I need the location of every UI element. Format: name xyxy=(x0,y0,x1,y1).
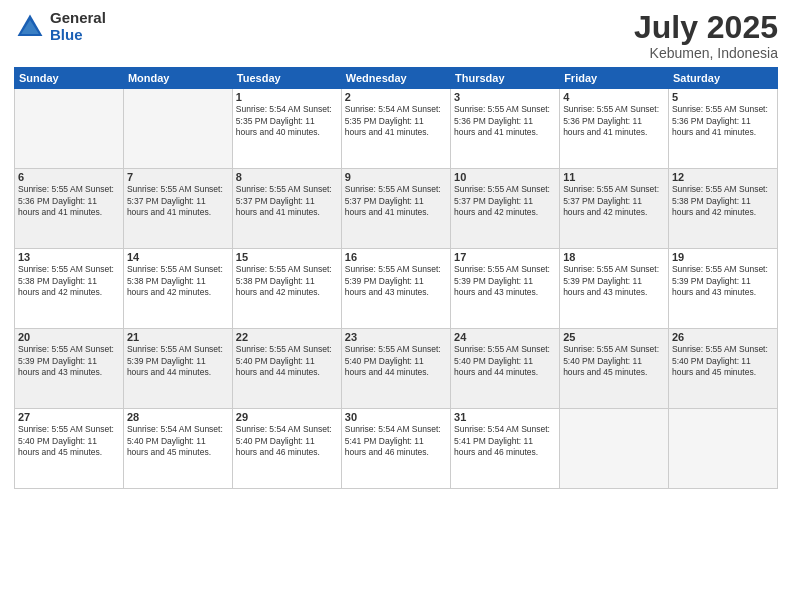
table-row: 25Sunrise: 5:55 AM Sunset: 5:40 PM Dayli… xyxy=(560,329,669,409)
day-number: 17 xyxy=(454,251,556,263)
table-row: 15Sunrise: 5:55 AM Sunset: 5:38 PM Dayli… xyxy=(232,249,341,329)
day-info: Sunrise: 5:55 AM Sunset: 5:36 PM Dayligh… xyxy=(563,104,665,138)
day-info: Sunrise: 5:54 AM Sunset: 5:40 PM Dayligh… xyxy=(236,424,338,458)
day-number: 4 xyxy=(563,91,665,103)
day-info: Sunrise: 5:55 AM Sunset: 5:40 PM Dayligh… xyxy=(236,344,338,378)
day-number: 24 xyxy=(454,331,556,343)
table-row: 27Sunrise: 5:55 AM Sunset: 5:40 PM Dayli… xyxy=(15,409,124,489)
table-row: 23Sunrise: 5:55 AM Sunset: 5:40 PM Dayli… xyxy=(341,329,450,409)
logo-text: General Blue xyxy=(50,10,106,43)
day-info: Sunrise: 5:55 AM Sunset: 5:39 PM Dayligh… xyxy=(345,264,447,298)
day-number: 8 xyxy=(236,171,338,183)
day-number: 26 xyxy=(672,331,774,343)
day-info: Sunrise: 5:54 AM Sunset: 5:41 PM Dayligh… xyxy=(345,424,447,458)
header: General Blue July 2025 Kebumen, Indonesi… xyxy=(14,10,778,61)
day-number: 31 xyxy=(454,411,556,423)
table-row: 6Sunrise: 5:55 AM Sunset: 5:36 PM Daylig… xyxy=(15,169,124,249)
day-number: 13 xyxy=(18,251,120,263)
calendar-week-row: 1Sunrise: 5:54 AM Sunset: 5:35 PM Daylig… xyxy=(15,89,778,169)
calendar-week-row: 6Sunrise: 5:55 AM Sunset: 5:36 PM Daylig… xyxy=(15,169,778,249)
table-row: 29Sunrise: 5:54 AM Sunset: 5:40 PM Dayli… xyxy=(232,409,341,489)
day-number: 18 xyxy=(563,251,665,263)
day-info: Sunrise: 5:55 AM Sunset: 5:38 PM Dayligh… xyxy=(236,264,338,298)
day-info: Sunrise: 5:55 AM Sunset: 5:38 PM Dayligh… xyxy=(127,264,229,298)
day-info: Sunrise: 5:55 AM Sunset: 5:37 PM Dayligh… xyxy=(454,184,556,218)
day-info: Sunrise: 5:55 AM Sunset: 5:36 PM Dayligh… xyxy=(18,184,120,218)
day-info: Sunrise: 5:55 AM Sunset: 5:40 PM Dayligh… xyxy=(563,344,665,378)
table-row: 31Sunrise: 5:54 AM Sunset: 5:41 PM Dayli… xyxy=(451,409,560,489)
page: General Blue July 2025 Kebumen, Indonesi… xyxy=(0,0,792,612)
day-number: 2 xyxy=(345,91,447,103)
day-info: Sunrise: 5:55 AM Sunset: 5:37 PM Dayligh… xyxy=(236,184,338,218)
day-number: 9 xyxy=(345,171,447,183)
calendar-table: Sunday Monday Tuesday Wednesday Thursday… xyxy=(14,67,778,489)
day-number: 3 xyxy=(454,91,556,103)
day-info: Sunrise: 5:55 AM Sunset: 5:37 PM Dayligh… xyxy=(127,184,229,218)
table-row: 14Sunrise: 5:55 AM Sunset: 5:38 PM Dayli… xyxy=(123,249,232,329)
day-info: Sunrise: 5:55 AM Sunset: 5:40 PM Dayligh… xyxy=(345,344,447,378)
table-row: 17Sunrise: 5:55 AM Sunset: 5:39 PM Dayli… xyxy=(451,249,560,329)
day-info: Sunrise: 5:55 AM Sunset: 5:38 PM Dayligh… xyxy=(672,184,774,218)
location: Kebumen, Indonesia xyxy=(634,45,778,61)
day-number: 30 xyxy=(345,411,447,423)
day-info: Sunrise: 5:55 AM Sunset: 5:39 PM Dayligh… xyxy=(127,344,229,378)
month-title: July 2025 xyxy=(634,10,778,45)
day-number: 28 xyxy=(127,411,229,423)
day-number: 19 xyxy=(672,251,774,263)
day-info: Sunrise: 5:55 AM Sunset: 5:37 PM Dayligh… xyxy=(563,184,665,218)
table-row xyxy=(123,89,232,169)
day-number: 1 xyxy=(236,91,338,103)
table-row: 7Sunrise: 5:55 AM Sunset: 5:37 PM Daylig… xyxy=(123,169,232,249)
day-number: 25 xyxy=(563,331,665,343)
day-number: 29 xyxy=(236,411,338,423)
day-info: Sunrise: 5:55 AM Sunset: 5:39 PM Dayligh… xyxy=(18,344,120,378)
table-row: 20Sunrise: 5:55 AM Sunset: 5:39 PM Dayli… xyxy=(15,329,124,409)
day-number: 14 xyxy=(127,251,229,263)
day-info: Sunrise: 5:54 AM Sunset: 5:40 PM Dayligh… xyxy=(127,424,229,458)
calendar-week-row: 20Sunrise: 5:55 AM Sunset: 5:39 PM Dayli… xyxy=(15,329,778,409)
table-row: 9Sunrise: 5:55 AM Sunset: 5:37 PM Daylig… xyxy=(341,169,450,249)
day-number: 10 xyxy=(454,171,556,183)
table-row: 8Sunrise: 5:55 AM Sunset: 5:37 PM Daylig… xyxy=(232,169,341,249)
day-number: 7 xyxy=(127,171,229,183)
table-row: 12Sunrise: 5:55 AM Sunset: 5:38 PM Dayli… xyxy=(668,169,777,249)
table-row: 21Sunrise: 5:55 AM Sunset: 5:39 PM Dayli… xyxy=(123,329,232,409)
day-info: Sunrise: 5:55 AM Sunset: 5:40 PM Dayligh… xyxy=(672,344,774,378)
table-row: 10Sunrise: 5:55 AM Sunset: 5:37 PM Dayli… xyxy=(451,169,560,249)
day-number: 11 xyxy=(563,171,665,183)
title-block: July 2025 Kebumen, Indonesia xyxy=(634,10,778,61)
day-info: Sunrise: 5:55 AM Sunset: 5:36 PM Dayligh… xyxy=(454,104,556,138)
table-row: 1Sunrise: 5:54 AM Sunset: 5:35 PM Daylig… xyxy=(232,89,341,169)
day-number: 5 xyxy=(672,91,774,103)
table-row: 28Sunrise: 5:54 AM Sunset: 5:40 PM Dayli… xyxy=(123,409,232,489)
col-monday: Monday xyxy=(123,68,232,89)
day-info: Sunrise: 5:55 AM Sunset: 5:39 PM Dayligh… xyxy=(672,264,774,298)
day-info: Sunrise: 5:55 AM Sunset: 5:38 PM Dayligh… xyxy=(18,264,120,298)
logo: General Blue xyxy=(14,10,106,43)
table-row xyxy=(560,409,669,489)
table-row: 24Sunrise: 5:55 AM Sunset: 5:40 PM Dayli… xyxy=(451,329,560,409)
day-info: Sunrise: 5:55 AM Sunset: 5:40 PM Dayligh… xyxy=(454,344,556,378)
day-number: 27 xyxy=(18,411,120,423)
table-row xyxy=(668,409,777,489)
day-number: 15 xyxy=(236,251,338,263)
table-row: 22Sunrise: 5:55 AM Sunset: 5:40 PM Dayli… xyxy=(232,329,341,409)
col-tuesday: Tuesday xyxy=(232,68,341,89)
table-row: 26Sunrise: 5:55 AM Sunset: 5:40 PM Dayli… xyxy=(668,329,777,409)
day-info: Sunrise: 5:55 AM Sunset: 5:36 PM Dayligh… xyxy=(672,104,774,138)
day-info: Sunrise: 5:54 AM Sunset: 5:35 PM Dayligh… xyxy=(345,104,447,138)
calendar-week-row: 13Sunrise: 5:55 AM Sunset: 5:38 PM Dayli… xyxy=(15,249,778,329)
table-row: 13Sunrise: 5:55 AM Sunset: 5:38 PM Dayli… xyxy=(15,249,124,329)
table-row: 11Sunrise: 5:55 AM Sunset: 5:37 PM Dayli… xyxy=(560,169,669,249)
table-row: 3Sunrise: 5:55 AM Sunset: 5:36 PM Daylig… xyxy=(451,89,560,169)
table-row: 30Sunrise: 5:54 AM Sunset: 5:41 PM Dayli… xyxy=(341,409,450,489)
calendar-week-row: 27Sunrise: 5:55 AM Sunset: 5:40 PM Dayli… xyxy=(15,409,778,489)
day-number: 23 xyxy=(345,331,447,343)
day-info: Sunrise: 5:55 AM Sunset: 5:37 PM Dayligh… xyxy=(345,184,447,218)
day-number: 6 xyxy=(18,171,120,183)
table-row: 16Sunrise: 5:55 AM Sunset: 5:39 PM Dayli… xyxy=(341,249,450,329)
table-row: 4Sunrise: 5:55 AM Sunset: 5:36 PM Daylig… xyxy=(560,89,669,169)
col-saturday: Saturday xyxy=(668,68,777,89)
table-row: 5Sunrise: 5:55 AM Sunset: 5:36 PM Daylig… xyxy=(668,89,777,169)
col-thursday: Thursday xyxy=(451,68,560,89)
